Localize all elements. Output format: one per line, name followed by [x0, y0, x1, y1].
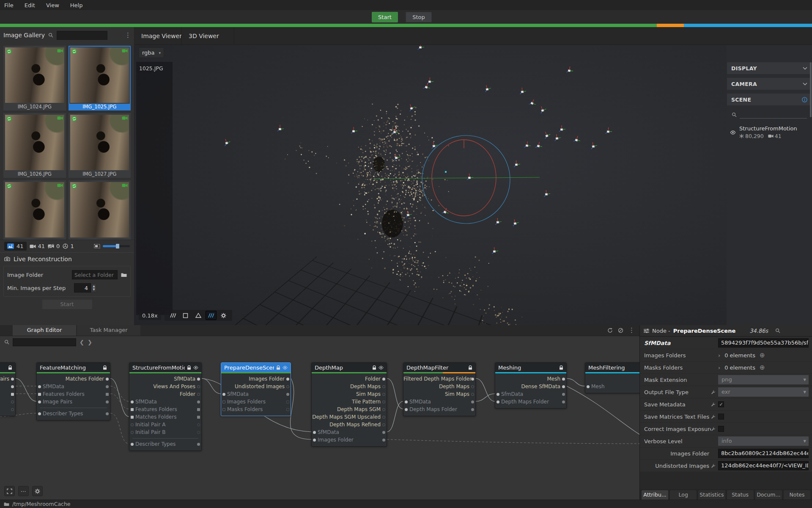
node-port[interactable]: [131, 431, 134, 434]
node-row[interactable]: SfMData: [403, 398, 475, 406]
menu-file[interactable]: File: [4, 2, 14, 8]
thumbnail-image[interactable]: [70, 182, 129, 237]
scene-media-item[interactable]: StructureFromMotion 80,290 41: [727, 124, 812, 140]
node-row[interactable]: Matches Folders: [129, 413, 201, 421]
checkbox[interactable]: [718, 426, 724, 432]
stop-button[interactable]: Stop: [406, 12, 432, 22]
attribute-value[interactable]: 124db862ec44ee40f7/<VIEW_ID>.exr: [718, 461, 809, 470]
node-row[interactable]: Initial Pair A: [129, 421, 201, 428]
attribute-row-save-matrices-text-files[interactable]: Save Matrices Text Files: [640, 411, 812, 422]
node-row[interactable]: Depth Maps: [403, 383, 475, 390]
node-row[interactable]: Matches Folder: [37, 375, 110, 383]
graph-search-input[interactable]: [13, 338, 76, 346]
thumbnail[interactable]: [3, 180, 66, 240]
node-port[interactable]: [382, 393, 385, 396]
node-row[interactable]: Depth Maps SGM Upscaled: [312, 413, 387, 421]
add-element-icon[interactable]: ⊕: [760, 364, 765, 371]
thumbnail[interactable]: IMG_1027.JPG: [69, 113, 131, 178]
node-port[interactable]: [471, 400, 474, 403]
node-port[interactable]: [106, 378, 109, 381]
dropdown[interactable]: png▾: [718, 375, 809, 384]
thumbnail-image[interactable]: [70, 47, 129, 103]
node-row[interactable]: Depth Maps Refined: [312, 421, 387, 428]
node-port[interactable]: [382, 416, 385, 419]
node-row[interactable]: Sim Maps: [403, 390, 475, 398]
node-port[interactable]: [197, 423, 200, 426]
attribute-row-mask-extension[interactable]: Mask Extensionpng▾: [640, 374, 812, 386]
section-display[interactable]: DISPLAY: [727, 62, 812, 74]
node-port[interactable]: [197, 378, 200, 381]
dropdown[interactable]: exr▾: [718, 387, 809, 397]
prev-result-icon[interactable]: ❮: [80, 339, 84, 345]
node-row[interactable]: [0, 398, 15, 406]
node-row[interactable]: Features Folders: [129, 406, 201, 413]
fit-graph-icon[interactable]: [4, 486, 15, 496]
more-options-icon[interactable]: ⋯: [18, 486, 29, 496]
scrollbar[interactable]: [810, 62, 812, 117]
node-port[interactable]: [11, 408, 14, 411]
node-port[interactable]: [562, 385, 565, 388]
attribute-row-masks-folders[interactable]: Masks Folders›0 elements⊕: [640, 362, 812, 373]
node-port[interactable]: [197, 408, 200, 411]
node-port[interactable]: [38, 385, 41, 388]
node-row[interactable]: Sim Maps: [312, 390, 387, 398]
attr-tab-docum[interactable]: Docum...: [755, 490, 782, 500]
node-port[interactable]: [382, 408, 385, 411]
node-port[interactable]: [286, 393, 289, 396]
thumbnail-image[interactable]: [70, 115, 129, 170]
node-row[interactable]: SfMData: [129, 398, 201, 406]
add-element-icon[interactable]: ⊕: [760, 351, 765, 359]
node-port[interactable]: [131, 443, 134, 446]
node-port[interactable]: [222, 393, 225, 396]
node-row[interactable]: Tile Pattern: [312, 398, 387, 406]
node-port[interactable]: [106, 393, 109, 396]
viewer-settings-icon[interactable]: [218, 311, 229, 320]
node-row[interactable]: Initial Pair B: [129, 428, 201, 436]
node-row[interactable]: Mesh: [495, 375, 566, 383]
thumbnail[interactable]: IMG_1026.JPG: [3, 113, 66, 178]
node-port[interactable]: [587, 385, 590, 388]
texture-icon[interactable]: [206, 311, 217, 320]
next-result-icon[interactable]: ❯: [88, 339, 92, 345]
node-port[interactable]: [38, 393, 41, 396]
channel-select[interactable]: rgba ▾: [139, 47, 164, 58]
node-row[interactable]: SfmData: [495, 390, 566, 398]
node-row[interactable]: Filtered Depth Maps Folder: [403, 375, 475, 383]
node-port[interactable]: [471, 385, 474, 388]
graph-node-Meshing[interactable]: MeshingMeshDense SfMDataSfmDataDepth Map…: [495, 362, 567, 409]
graph-node-clipped[interactable]: Image Pairs: [0, 362, 16, 416]
node-port[interactable]: [131, 400, 134, 403]
node-port[interactable]: [197, 393, 200, 396]
node-port[interactable]: [562, 378, 565, 381]
node-row[interactable]: SfMData: [129, 375, 201, 383]
expand-icon[interactable]: ›: [718, 352, 720, 359]
graph-node-DepthMapFilter[interactable]: DepthMapFilterFiltered Depth Maps Folder…: [403, 362, 476, 416]
attr-tab-status[interactable]: Status: [727, 490, 754, 500]
stop-computation-icon[interactable]: [618, 328, 623, 333]
eye-icon[interactable]: [283, 366, 288, 370]
tab-task-manager[interactable]: Task Manager: [77, 325, 140, 336]
live-start-button[interactable]: Start: [42, 299, 93, 309]
node-port[interactable]: [562, 393, 565, 396]
node-port[interactable]: [197, 431, 200, 434]
node-port[interactable]: [131, 416, 134, 419]
attribute-row-save-metadata[interactable]: Save Metadata✓: [640, 398, 812, 410]
node-row[interactable]: Folder: [129, 390, 201, 398]
node-port[interactable]: [106, 385, 109, 388]
node-row[interactable]: [0, 383, 15, 390]
attribute-row-correct-images-exposure[interactable]: Correct Images Exposure: [640, 423, 812, 435]
thumbnail[interactable]: IMG_1024.JPG: [3, 46, 66, 110]
node-port[interactable]: [222, 408, 225, 411]
graph-settings-icon[interactable]: [32, 486, 43, 496]
node-row[interactable]: Folder: [312, 375, 387, 383]
viewer-image-list[interactable]: 1025.JPG: [136, 62, 173, 315]
node-row[interactable]: Images Folder: [312, 436, 387, 444]
node-port[interactable]: [197, 385, 200, 388]
thumbnail-size-slider[interactable]: [103, 245, 130, 247]
node-port[interactable]: [382, 378, 385, 381]
node-port[interactable]: [286, 408, 289, 411]
node-port[interactable]: [382, 400, 385, 403]
attribute-row-images-folder[interactable]: Images Folder8bc2ba60809c2124db862ec44ee…: [640, 447, 812, 459]
node-row[interactable]: Images Folders: [221, 398, 291, 406]
eye-icon[interactable]: [193, 366, 198, 370]
